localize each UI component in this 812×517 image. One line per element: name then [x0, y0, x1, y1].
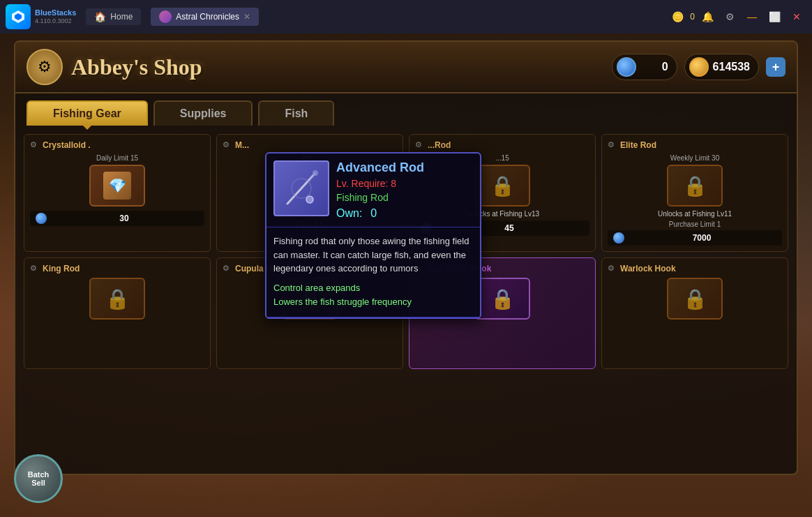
item-name-3: ...Rod: [428, 140, 589, 150]
item-header-2: ⚙ M...: [223, 140, 397, 150]
window-controls: 🪙 0 🔔 ⚙ — ⬜ ✕: [668, 7, 806, 27]
item-card-king-rod[interactable]: ⚙ King Rod 🔒: [24, 257, 211, 369]
tooltip-type: Fishing Rod: [336, 192, 473, 203]
lock-icon-8: 🔒: [683, 287, 707, 310]
gem-currency: 0: [612, 54, 677, 80]
tooltip-effect-1: Control area expands: [273, 281, 473, 296]
lock-icon-7: 🔒: [490, 287, 515, 310]
item-header-5: ⚙ King Rod: [30, 264, 204, 274]
price-value-1: 30: [50, 213, 199, 223]
coin-icon: 🪙: [668, 7, 687, 27]
gear-icon-6: ⚙: [223, 264, 232, 274]
item-card-crystalloid[interactable]: ⚙ Crystalloid . Daily Limit 15 💎 30: [24, 134, 211, 252]
item-image-5: 🔒: [89, 278, 145, 320]
tab-game-label: Astral Chronicles: [176, 12, 239, 22]
item-price-1: 30: [30, 211, 204, 226]
purchase-limit-4: Purchase Limit 1: [608, 220, 782, 228]
minimize-button[interactable]: —: [742, 7, 762, 27]
maximize-button[interactable]: ⬜: [765, 7, 784, 27]
tab-fishing-gear-label: Fishing Gear: [53, 107, 121, 119]
tooltip-effect-2: Lowers the fish struggle frequency: [273, 295, 473, 310]
svg-point-6: [306, 196, 313, 203]
tooltip-own-value: 0: [370, 207, 377, 219]
shop-title: Abbey's Shop: [71, 54, 202, 80]
item-header-3: ⚙ ...Rod: [415, 140, 589, 150]
unlock-text-4: Unlocks at Fishing Lv11: [608, 209, 782, 218]
batch-sell-line1: Batch: [28, 470, 50, 479]
item-header-1: ⚙ Crystalloid .: [30, 140, 204, 150]
bluestacks-logo: [6, 4, 31, 29]
item-name-2: M...: [235, 140, 397, 150]
price-value-4: 7000: [627, 233, 776, 243]
gold-icon: [689, 57, 709, 77]
shop-logo: ⚙: [27, 49, 63, 85]
item-image-8: 🔒: [667, 278, 723, 320]
gold-value: 614538: [713, 61, 750, 73]
titlebar-coins: 0: [690, 12, 695, 22]
item-image-1: 💎: [89, 165, 145, 207]
item-tooltip: Advanced Rod Lv. Require: 8 Fishing Rod …: [265, 152, 481, 319]
price-gem-icon-4: [613, 232, 624, 243]
gem-value: 0: [640, 61, 668, 73]
tooltip-item-image: [273, 160, 329, 216]
tabs-row: Fishing Gear Supplies Fish: [15, 93, 797, 126]
gear-icon-4: ⚙: [608, 140, 617, 150]
gear-icon-2: ⚙: [223, 140, 232, 150]
item-weekly-4: Weekly Limit 30: [608, 154, 782, 162]
lock-icon-5: 🔒: [105, 287, 130, 310]
app-name: BlueStacks: [35, 8, 76, 17]
gear-icon-3: ⚙: [415, 140, 425, 150]
tooltip-description: Fishing rod that only those awing the fi…: [273, 234, 473, 276]
item-image-3: 🔒: [474, 165, 530, 207]
gold-currency: 614538: [684, 54, 759, 80]
settings-icon[interactable]: ⚙: [720, 7, 739, 27]
tooltip-own-label: Own:: [336, 207, 362, 219]
price-gem-icon-1: [36, 213, 47, 224]
gem-icon: [617, 57, 636, 77]
item-name-1: Crystalloid .: [43, 140, 204, 150]
svg-line-4: [310, 173, 315, 180]
item-image-4: 🔒: [667, 165, 723, 207]
tooltip-header: Advanced Rod Lv. Require: 8 Fishing Rod …: [266, 153, 480, 227]
bell-icon[interactable]: 🔔: [698, 7, 717, 27]
item-limit-1: Daily Limit 15: [30, 154, 204, 162]
titlebar: BlueStacks 4.110.0.3002 🏠 Home Astral Ch…: [0, 0, 812, 33]
gear-icon-5: ⚙: [30, 264, 40, 274]
tab-supplies[interactable]: Supplies: [153, 100, 253, 126]
shop-header: ⚙ Abbey's Shop 0 614538 +: [15, 42, 797, 93]
tooltip-lv-require: Lv. Require: 8: [336, 178, 473, 189]
close-button[interactable]: ✕: [787, 7, 806, 27]
tooltip-body: Fishing rod that only those awing the fi…: [266, 227, 480, 317]
tab-supplies-label: Supplies: [180, 107, 227, 119]
tab-fish[interactable]: Fish: [258, 100, 334, 126]
tab-game[interactable]: Astral Chronicles ✕: [151, 8, 259, 26]
item-header-8: ⚙ Warlock Hook: [608, 264, 782, 274]
lock-icon-3: 🔒: [490, 174, 515, 197]
gear-icon-1: ⚙: [30, 140, 40, 150]
tooltip-info: Advanced Rod Lv. Require: 8 Fishing Rod …: [336, 160, 473, 220]
tab-fish-label: Fish: [285, 107, 308, 119]
tab-home-label: Home: [110, 12, 133, 22]
tab-close-icon[interactable]: ✕: [243, 12, 250, 22]
tooltip-own: Own: 0: [336, 207, 473, 220]
item-name-5: King Rod: [43, 264, 204, 274]
item-image-7: 🔒: [474, 278, 530, 320]
tooltip-effects: Control area expands Lowers the fish str…: [273, 281, 473, 310]
currency-area: 0 614538 +: [612, 54, 785, 80]
game-area: ⚙ Abbey's Shop 0 614538 + Fishing Gear S…: [0, 33, 812, 517]
lock-icon-4: 🔒: [683, 174, 707, 197]
batch-sell-line2: Sell: [31, 479, 45, 487]
item-header-4: ⚙ Elite Rod: [608, 140, 782, 150]
item-name-8: Warlock Hook: [620, 264, 782, 274]
item-card-warlock-hook[interactable]: ⚙ Warlock Hook 🔒: [601, 257, 788, 369]
tab-home[interactable]: 🏠 Home: [86, 8, 141, 25]
add-currency-button[interactable]: +: [766, 57, 785, 77]
item-name-4: Elite Rod: [620, 140, 782, 150]
item-price-4: 7000: [608, 230, 782, 246]
item-card-elite-rod[interactable]: ⚙ Elite Rod Weekly Limit 30 🔒 Unlocks at…: [601, 134, 788, 252]
batch-sell-button[interactable]: Batch Sell: [14, 454, 63, 503]
app-version: 4.110.0.3002: [35, 17, 76, 25]
tab-fishing-gear[interactable]: Fishing Gear: [27, 100, 148, 126]
tooltip-title: Advanced Rod: [336, 160, 473, 175]
gear-icon-8: ⚙: [608, 264, 617, 274]
